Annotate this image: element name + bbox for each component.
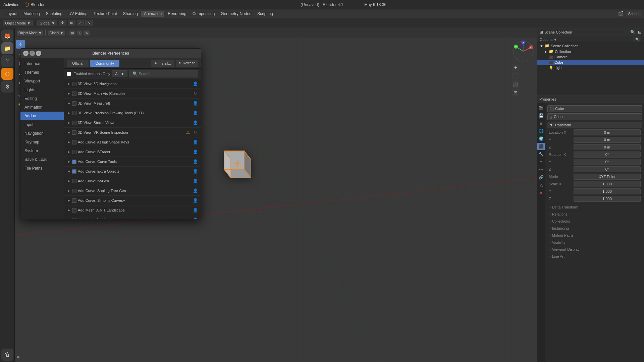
location-y-field[interactable]: 0 m bbox=[574, 137, 641, 143]
activities-label[interactable]: Activities bbox=[3, 2, 19, 7]
dock-icon-blender[interactable]: ⬡ bbox=[1, 68, 13, 80]
menu-item-shading[interactable]: Shading bbox=[120, 11, 141, 17]
addon-checkbox-12[interactable] bbox=[72, 198, 76, 203]
addon-checkbox-9[interactable] bbox=[72, 169, 76, 174]
outliner-item-scene-collection[interactable]: ▼ 📁 Scene Collection bbox=[537, 43, 644, 49]
global-view-btn[interactable]: Global ▼ bbox=[37, 20, 57, 26]
frame-all-btn[interactable]: ⊡ bbox=[512, 89, 519, 96]
prop-icon-view-layer[interactable]: ⊞ bbox=[537, 120, 545, 127]
menu-item-layout[interactable]: Layout bbox=[3, 11, 20, 17]
prefs-nav-lights[interactable]: Lights bbox=[20, 85, 64, 94]
outliner-search-small[interactable]: 🔍 bbox=[633, 37, 641, 42]
addon-checkbox-2[interactable] bbox=[72, 101, 76, 106]
scale-x-field[interactable]: 1.000 bbox=[574, 181, 641, 187]
toolbar-cursor-btn[interactable]: ✛ bbox=[59, 20, 66, 26]
zoom-in-btn[interactable]: + bbox=[512, 64, 519, 71]
addon-checkbox-1[interactable] bbox=[72, 92, 76, 96]
location-x-field[interactable]: 0 m bbox=[574, 129, 641, 135]
viewport-global-selector[interactable]: Global ▼ bbox=[48, 31, 65, 36]
addon-item-11[interactable]: ▶ Add Curve: Sapling Tree Gen 👤 bbox=[64, 186, 201, 196]
addon-checkbox-7[interactable] bbox=[72, 150, 76, 154]
addon-item-3[interactable]: ▶ 3D View: Precision Drawing Tools (PDT)… bbox=[64, 108, 201, 118]
viewport-display-section[interactable]: › Viewport Display bbox=[547, 246, 642, 252]
menu-item-compositing[interactable]: Compositing bbox=[190, 11, 218, 17]
nav-gizmo[interactable]: X Y Z bbox=[512, 40, 535, 63]
outliner-item-light[interactable]: 💡 Light bbox=[537, 65, 644, 70]
menu-item-rendering[interactable]: Rendering bbox=[165, 11, 189, 17]
object-name-field[interactable]: ⬛ Cube bbox=[547, 105, 642, 112]
addon-checkbox-0[interactable] bbox=[72, 82, 76, 86]
toolbar-extra-btn[interactable]: ∿ bbox=[85, 20, 93, 26]
prop-icon-constraints[interactable]: 🔗 bbox=[537, 174, 545, 181]
prop-icon-material[interactable]: ● bbox=[537, 189, 545, 196]
prefs-minimize-btn[interactable]: − bbox=[23, 51, 29, 56]
prop-icon-particles[interactable]: ✦ bbox=[537, 158, 545, 166]
motion-paths-section[interactable]: › Motion Paths bbox=[547, 232, 642, 238]
scene-selector[interactable]: Scene bbox=[626, 11, 641, 16]
tool-cursor[interactable]: ✛ bbox=[16, 40, 25, 49]
viewport-snap-icon[interactable]: ⊞ bbox=[69, 31, 75, 36]
outliner-filter-icon[interactable]: ⊟ bbox=[638, 30, 641, 35]
dock-icon-help[interactable]: ? bbox=[1, 55, 13, 67]
dock-icon-files[interactable]: 📁 bbox=[1, 42, 13, 54]
prefs-nav-animation[interactable]: Animation bbox=[20, 103, 64, 112]
rotation-mode-field[interactable]: XYZ Euler bbox=[574, 174, 641, 180]
toolbar-prop-btn[interactable]: ○ bbox=[77, 20, 84, 26]
addon-checkbox-4[interactable] bbox=[72, 121, 76, 125]
addon-item-10[interactable]: ▶ Add Curve: IvyGen 👤 bbox=[64, 176, 201, 186]
relations-section[interactable]: › Relations bbox=[547, 211, 642, 217]
prefs-nav-input[interactable]: Input bbox=[20, 120, 64, 129]
addon-checkbox-10[interactable] bbox=[72, 179, 76, 183]
prefs-tab-official[interactable]: Official bbox=[67, 60, 89, 67]
prefs-nav-addons[interactable]: Add-ons bbox=[20, 112, 64, 120]
toolbar-snap-btn[interactable]: ⊞ bbox=[68, 20, 75, 26]
prop-icon-world[interactable]: 🌍 bbox=[537, 135, 545, 142]
addon-checkbox-13[interactable] bbox=[72, 208, 76, 213]
camera-view-btn[interactable]: 🎥 bbox=[512, 80, 519, 88]
addon-checkbox-6[interactable] bbox=[72, 140, 76, 144]
rotation-y-field[interactable]: 0° bbox=[574, 159, 641, 165]
prop-icon-object[interactable]: ⬛ bbox=[537, 143, 545, 150]
prop-icon-scene[interactable]: 🌐 bbox=[537, 127, 545, 135]
addon-item-12[interactable]: ▶ Add Curve: Simplify Curves+ 👤 bbox=[64, 196, 201, 205]
prefs-nav-file-paths[interactable]: File Paths bbox=[20, 164, 64, 173]
menu-item-modeling[interactable]: Modeling bbox=[21, 11, 43, 17]
addon-item-5[interactable]: ▶ 3D View: VR Scene Inspection ⚠ ↻ bbox=[64, 128, 201, 137]
viewport-mode-selector[interactable]: Object Mode ▼ bbox=[17, 31, 43, 36]
enabled-only-checkbox[interactable] bbox=[67, 72, 71, 76]
dock-icon-firefox[interactable]: 🦊 bbox=[1, 29, 13, 42]
prop-icon-render[interactable]: 🎬 bbox=[537, 104, 545, 112]
menu-item-sculpting[interactable]: Sculpting bbox=[43, 11, 65, 17]
addon-item-7[interactable]: ▶ Add Curve: BTracer 👤 bbox=[64, 147, 201, 157]
prefs-close-btn[interactable]: ✕ bbox=[36, 51, 41, 56]
prefs-nav-system[interactable]: System bbox=[20, 146, 64, 155]
zoom-out-btn[interactable]: − bbox=[512, 72, 519, 79]
scale-y-field[interactable]: 1.000 bbox=[574, 188, 641, 194]
viewport-hamburger-btn[interactable]: ≡ bbox=[17, 355, 19, 360]
instancing-section[interactable]: › Instancing bbox=[547, 225, 642, 231]
addon-checkbox-11[interactable] bbox=[72, 189, 76, 193]
prefs-maximize-btn[interactable]: □ bbox=[30, 51, 35, 56]
addon-checkbox-5[interactable] bbox=[72, 130, 76, 135]
outliner-search-icon[interactable]: 🔍 bbox=[630, 30, 635, 35]
transform-header[interactable]: ▼ Transform bbox=[547, 122, 642, 128]
collections-section[interactable]: › Collections bbox=[547, 218, 642, 224]
addon-item-2[interactable]: ▶ 3D View: MeasureIt 👤 bbox=[64, 99, 201, 108]
line-art-section[interactable]: › Line Art bbox=[547, 253, 642, 259]
prefs-nav-interface[interactable]: Interface bbox=[20, 59, 64, 68]
prefs-nav-save-load[interactable]: Save & Load bbox=[20, 155, 64, 164]
enabled-only-checkbox-label[interactable]: Enabled Add-ons Only bbox=[67, 72, 110, 76]
outliner-item-camera[interactable]: 🎥 Camera bbox=[537, 54, 644, 60]
addon-item-13[interactable]: ▶ Add Mesh: A.N.T Landscape 👤 bbox=[64, 205, 201, 215]
prefs-nav-themes[interactable]: Themes bbox=[20, 68, 64, 77]
prop-icon-modifier[interactable]: 🔧 bbox=[537, 150, 545, 158]
rotation-x-field[interactable]: 0° bbox=[574, 152, 641, 158]
addon-item-1[interactable]: ▶ 3D View: Math Vis (Console) ↻ bbox=[64, 89, 201, 99]
addon-item-6[interactable]: ▶ Add Curve: Assign Shape Keys 👤 bbox=[64, 137, 201, 147]
scale-z-field[interactable]: 1.000 bbox=[574, 196, 641, 202]
menu-item-texture[interactable]: Texture Paint bbox=[91, 11, 120, 17]
prefs-install-btn[interactable]: ⬇ Install... bbox=[151, 60, 175, 67]
prefs-nav-viewport[interactable]: Viewport bbox=[20, 77, 64, 85]
addon-item-4[interactable]: ▶ 3D View: Stored Views 👤 bbox=[64, 118, 201, 128]
prop-icon-physics[interactable]: 〜 bbox=[537, 166, 545, 173]
